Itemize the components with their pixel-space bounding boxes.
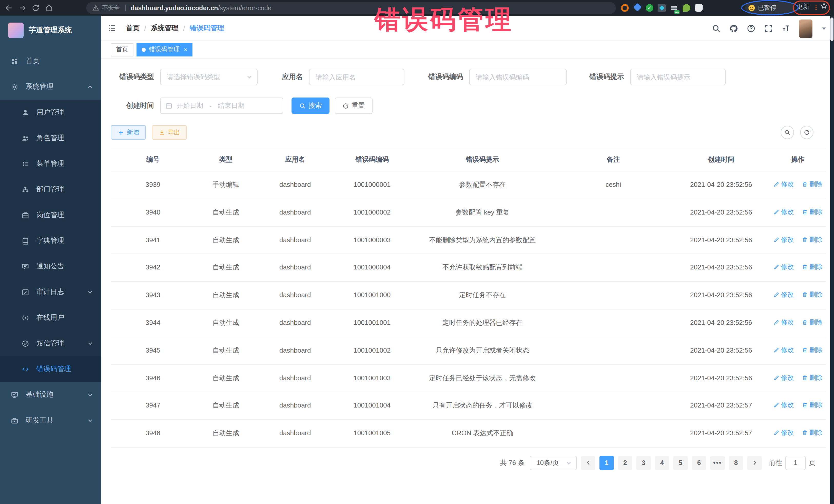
page-button-3[interactable]: 3 [636, 456, 651, 470]
breadcrumb-home[interactable]: 首页 [126, 24, 139, 33]
extension-icon[interactable]: on [670, 4, 678, 12]
sidebar-group-audit-log[interactable]: 审计日志 [0, 279, 101, 305]
edit-link[interactable]: 修改 [773, 428, 794, 438]
extension-icon[interactable] [621, 4, 629, 12]
search-button[interactable]: 搜索 [291, 97, 329, 114]
app-logo-row[interactable]: 芋道管理系统 [0, 16, 101, 44]
github-icon[interactable] [729, 24, 738, 33]
edit-link[interactable]: 修改 [773, 345, 794, 355]
delete-link[interactable]: 删除 [802, 179, 822, 190]
error-msg-input[interactable] [630, 69, 726, 85]
cell-time: 2021-04-20 23:52:57 [672, 392, 770, 420]
reload-icon[interactable] [31, 4, 40, 12]
delete-link[interactable]: 删除 [802, 234, 822, 245]
sidebar-item-online-users[interactable]: 在线用户 [0, 305, 101, 330]
delete-link[interactable]: 删除 [802, 372, 822, 382]
user-avatar[interactable] [799, 19, 812, 38]
delete-link[interactable]: 删除 [802, 400, 822, 410]
extensions-puzzle-icon[interactable] [695, 4, 703, 12]
sidebar-item-dept-mgmt[interactable]: 部门管理 [0, 177, 101, 202]
sidebar-item-error-code[interactable]: 错误码管理 [0, 356, 101, 382]
app-name-input[interactable] [309, 69, 404, 85]
next-page-button[interactable] [747, 456, 762, 470]
sidebar-item-menu-mgmt[interactable]: 菜单管理 [0, 151, 101, 177]
page-button-8[interactable]: 8 [729, 456, 743, 470]
sidebar-item-home[interactable]: 首页 [0, 48, 101, 74]
delete-link[interactable]: 删除 [802, 428, 822, 438]
tab-home[interactable]: 首页 [111, 43, 133, 56]
error-code-input[interactable] [469, 69, 567, 85]
toggle-search-button[interactable] [781, 126, 794, 139]
more-pages-button[interactable]: ••• [710, 456, 725, 470]
page-size-select[interactable]: 10条/页 [530, 456, 577, 470]
edit-link[interactable]: 修改 [773, 207, 794, 217]
address-bar[interactable]: 不安全 dashboard.yudao.iocoder.cn/system/er… [86, 2, 616, 14]
edit-link[interactable]: 修改 [773, 289, 794, 300]
page-button-4[interactable]: 4 [655, 456, 669, 470]
fullscreen-icon[interactable] [764, 24, 773, 33]
page-button-6[interactable]: 6 [692, 456, 706, 470]
sidebar-group-sms[interactable]: 短信管理 [0, 330, 101, 356]
extension-icon[interactable] [683, 4, 690, 12]
sidebar-toggle-icon[interactable] [107, 24, 116, 33]
page-scrollbar[interactable] [830, 16, 834, 504]
page-button-2[interactable]: 2 [618, 456, 632, 470]
avatar-caret-down-icon[interactable] [821, 26, 827, 31]
font-size-icon[interactable] [782, 24, 790, 33]
delete-link[interactable]: 删除 [802, 289, 822, 300]
tab-error-code[interactable]: 错误码管理 × [136, 43, 193, 56]
export-button[interactable]: 导出 [152, 125, 187, 139]
edit-link[interactable]: 修改 [773, 317, 794, 327]
add-button[interactable]: 新增 [111, 125, 146, 139]
extension-icon[interactable] [633, 3, 642, 12]
edit-link[interactable]: 修改 [773, 400, 794, 410]
delete-link[interactable]: 删除 [802, 207, 822, 217]
prev-page-button[interactable] [581, 456, 595, 470]
sidebar-item-post-mgmt[interactable]: 岗位管理 [0, 202, 101, 228]
page-button-1[interactable]: 1 [599, 456, 614, 470]
chevron-down-icon [87, 418, 93, 423]
url-path: /system/error-code [218, 4, 271, 12]
edit-link[interactable]: 修改 [773, 234, 794, 245]
jump-page-input[interactable] [785, 456, 806, 470]
forward-icon[interactable] [18, 4, 27, 12]
page-button-5[interactable]: 5 [673, 456, 688, 470]
close-tab-icon[interactable]: × [184, 46, 187, 53]
sidebar-item-role-mgmt[interactable]: 角色管理 [0, 125, 101, 151]
start-date-placeholder[interactable]: 开始日期 [177, 101, 203, 110]
edit-link[interactable]: 修改 [773, 372, 794, 382]
error-type-select[interactable]: 请选择错误码类型 [160, 69, 258, 85]
sidebar-item-notice[interactable]: 通知公告 [0, 254, 101, 279]
back-icon[interactable] [5, 4, 13, 12]
date-range-picker[interactable]: 开始日期 - 结束日期 [160, 97, 283, 114]
sidebar-group-system[interactable]: 系统管理 [0, 74, 101, 100]
extension-icon[interactable]: ✓ [646, 4, 653, 12]
browser-update-button[interactable]: 更新 [796, 3, 820, 11]
extension-icon[interactable] [658, 4, 666, 12]
sidebar-group-infra[interactable]: 基础设施 [0, 382, 101, 408]
chevron-down-icon [87, 392, 93, 397]
sidebar-item-user-mgmt[interactable]: 用户管理 [0, 100, 101, 125]
bookmark-star-icon[interactable] [820, 2, 828, 10]
help-icon[interactable] [747, 24, 755, 33]
delete-link[interactable]: 删除 [802, 345, 822, 355]
infra-monitor-icon [11, 391, 19, 398]
sidebar-item-dict-mgmt[interactable]: 字典管理 [0, 228, 101, 254]
reset-button[interactable]: 重置 [335, 97, 373, 114]
refresh-table-button[interactable] [800, 126, 813, 139]
scrollbar-thumb[interactable] [830, 18, 833, 41]
browser-menu-kebab-icon[interactable] [812, 3, 820, 11]
header-search-icon[interactable] [712, 24, 721, 33]
edit-link[interactable]: 修改 [773, 262, 794, 272]
breadcrumb-system[interactable]: 系统管理 [151, 24, 179, 33]
delete-link[interactable]: 删除 [802, 262, 822, 272]
cell-msg: 不允许获取敏感配置到前端 [411, 254, 554, 282]
sidebar-group-devtools[interactable]: 研发工具 [0, 408, 101, 433]
home-icon[interactable] [45, 4, 53, 12]
cell-actions: 修改 删除 [770, 365, 826, 392]
edit-link[interactable]: 修改 [773, 179, 794, 190]
end-date-placeholder[interactable]: 结束日期 [218, 101, 245, 110]
table-row: 3943 自动生成 dashboard 1001001000 定时任务不存在 2… [111, 282, 826, 309]
paused-profile-badge[interactable]: 已暂停 [745, 2, 794, 14]
delete-link[interactable]: 删除 [802, 317, 822, 327]
